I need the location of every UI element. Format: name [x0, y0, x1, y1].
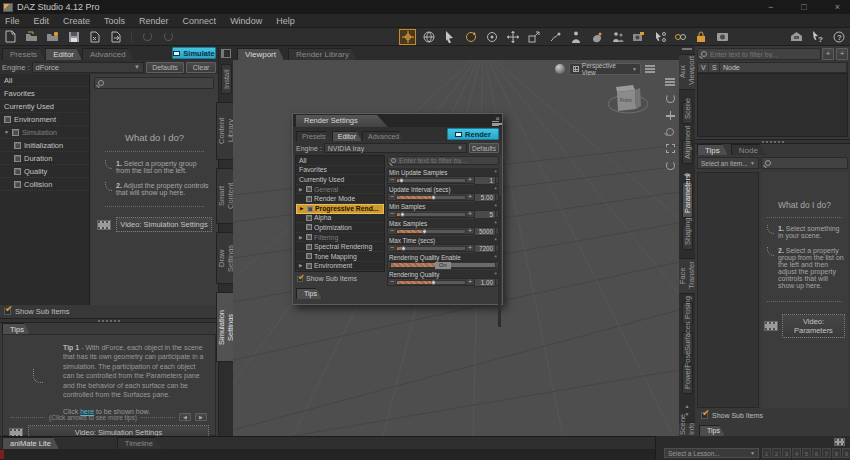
engine-select[interactable]: dForce ▼	[32, 62, 144, 73]
gear-icon[interactable]: *	[494, 237, 497, 244]
slider-increment[interactable]: +	[468, 228, 472, 234]
lesson-6-button[interactable]: 6	[812, 448, 821, 458]
tab-editor[interactable]: Editor	[45, 48, 82, 60]
param-slider[interactable]: − + 5	[387, 210, 499, 218]
lock-icon[interactable]	[694, 30, 709, 44]
link-tool-icon[interactable]	[673, 30, 688, 44]
show-sub-items-checkbox[interactable]: ✔	[297, 276, 303, 282]
param-value[interactable]: 7200	[474, 244, 496, 253]
tab-aux-viewport[interactable]: Aux Viewport	[679, 54, 695, 90]
merge-icon[interactable]	[87, 30, 102, 44]
render-button[interactable]: Render	[447, 128, 499, 140]
show-sub-items-checkbox[interactable]: ✔	[4, 308, 11, 315]
scene-navigator-tool-icon[interactable]	[421, 30, 436, 44]
slider-decrement[interactable]: −	[390, 177, 394, 183]
parameter-search-input[interactable]	[774, 160, 844, 167]
lesson-2-button[interactable]: 2	[772, 448, 781, 458]
menu-render[interactable]: Render	[139, 16, 169, 26]
rgroup-currently-used[interactable]: Currently Used	[296, 175, 384, 185]
param-toggle[interactable]: On	[387, 261, 499, 269]
dform-tool-icon[interactable]	[589, 30, 604, 44]
tab-viewport[interactable]: Viewport	[237, 48, 284, 60]
viewport-menu-icon[interactable]	[645, 65, 655, 73]
gear-icon[interactable]: *	[494, 271, 497, 278]
slider-increment[interactable]: +	[468, 279, 472, 285]
expand-icon[interactable]: ▶	[299, 187, 304, 192]
lessons-icon[interactable]	[834, 438, 845, 446]
tab-powerpose[interactable]: PowerPose	[682, 364, 693, 394]
dialog-search[interactable]	[387, 156, 499, 165]
node-connect-tool-icon[interactable]	[652, 30, 667, 44]
tab-advanced[interactable]: Advanced	[82, 48, 134, 60]
view-cube[interactable]: Front	[607, 80, 651, 128]
orbit-icon[interactable]	[666, 94, 675, 103]
group-currently-used[interactable]: Currently Used	[0, 100, 89, 113]
restore-button[interactable]: □	[801, 2, 806, 12]
open-file-icon[interactable]	[24, 30, 39, 44]
tips-tab[interactable]: Tips	[2, 323, 30, 334]
viewport-3d-view[interactable]: Perspective View ▼ Front	[233, 60, 679, 436]
rgroup-all[interactable]: All	[296, 156, 384, 166]
tab-presets[interactable]: Presets	[2, 48, 45, 60]
menu-tools[interactable]: Tools	[104, 16, 125, 26]
menu-file[interactable]: File	[5, 16, 20, 26]
rgroup-render-mode[interactable]: Render Mode	[296, 194, 384, 204]
param-slider[interactable]: − + 5.00	[387, 193, 499, 201]
group-collision[interactable]: Collision	[0, 178, 89, 191]
param-slider[interactable]: − + 1	[387, 176, 499, 184]
slider-decrement[interactable]: −	[390, 245, 394, 251]
expand-icon[interactable]: ▶	[299, 235, 304, 240]
group-all[interactable]: All	[0, 74, 89, 87]
group-simulation[interactable]: ▼Simulation	[0, 126, 89, 139]
tips-tab[interactable]: Tips	[699, 425, 725, 436]
slider-increment[interactable]: +	[468, 211, 472, 217]
param-value[interactable]: 5	[474, 210, 496, 219]
collapse-icon[interactable]: ▼	[4, 129, 9, 135]
rgroup-favorites[interactable]: Favorites	[296, 166, 384, 176]
spot-render-tool-icon[interactable]	[631, 30, 646, 44]
show-sub-items-checkbox[interactable]: ✔	[701, 412, 708, 419]
open-recent-icon[interactable]	[45, 30, 60, 44]
parameter-search[interactable]	[761, 157, 848, 169]
param-value[interactable]: 1	[474, 176, 496, 185]
dialog-show-sub-items[interactable]: ✔ Show Sub Items	[297, 275, 357, 282]
lesson-selector[interactable]: Select a Lesson... ▼	[664, 448, 759, 458]
lesson-1-button[interactable]: 1	[762, 448, 771, 458]
param-slider[interactable]: − + 5000	[387, 227, 499, 235]
slider-increment[interactable]: +	[468, 245, 472, 251]
rgroup-tone-mapping[interactable]: Tone Mapping	[296, 252, 384, 262]
menu-help[interactable]: Help	[276, 16, 295, 26]
slider-decrement[interactable]: −	[390, 279, 394, 285]
character-tool-icon[interactable]	[610, 30, 625, 44]
dialog-tab-editor[interactable]: Editor	[332, 131, 362, 141]
group-duration[interactable]: Duration	[0, 152, 89, 165]
video-parameters-button[interactable]: Video: Parameters	[782, 314, 845, 338]
minimize-button[interactable]: −	[768, 2, 773, 12]
rgroup-environment[interactable]: ▶Environment	[296, 262, 384, 272]
viewport-options-icon[interactable]	[665, 78, 675, 86]
whats-this-icon[interactable]: ?	[810, 30, 825, 44]
node-selection-tool-icon[interactable]	[400, 30, 415, 44]
add-options-button[interactable]: +	[836, 48, 848, 60]
dialog-defaults-button[interactable]: Defaults	[469, 143, 499, 153]
dialog-tab-presets[interactable]: Presets	[296, 131, 332, 141]
param-slider[interactable]: − + 1.00	[387, 278, 499, 286]
tab-install[interactable]: Install	[221, 64, 232, 94]
gear-icon[interactable]: *	[494, 169, 497, 176]
daz-shop-icon[interactable]	[789, 30, 804, 44]
new-file-icon[interactable]	[3, 30, 18, 44]
rgroup-general[interactable]: ▶General	[296, 185, 384, 195]
lesson-9-button[interactable]: 9	[842, 448, 850, 458]
param-value[interactable]: 5.00	[474, 193, 496, 202]
expand-icon[interactable]: ▶	[300, 206, 305, 211]
rotate-tool-icon[interactable]	[463, 30, 478, 44]
scene-filter[interactable]	[697, 48, 821, 60]
gear-icon[interactable]: *	[494, 254, 497, 261]
scene-tree[interactable]	[697, 73, 848, 137]
scale-tool-icon[interactable]	[526, 30, 541, 44]
add-item-button[interactable]: +	[822, 48, 834, 60]
property-search-input[interactable]	[107, 80, 210, 87]
tab-face-transfer[interactable]: Face Transfer	[679, 258, 695, 294]
property-search[interactable]	[94, 77, 214, 89]
group-quality[interactable]: Quality	[0, 165, 89, 178]
